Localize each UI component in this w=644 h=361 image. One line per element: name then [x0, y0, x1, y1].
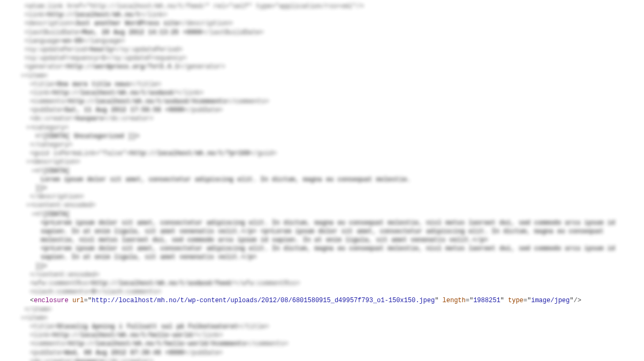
- chevron-down-icon[interactable]: ▾: [20, 314, 25, 322]
- description-line: <description>Just another WordPress site…: [0, 19, 644, 28]
- enclosure-line[interactable]: <enclosure url="http://localhost/mh.no/t…: [0, 296, 644, 305]
- item2-comments-line: <comments>http://localhost/mh.no/t/hello…: [0, 340, 644, 348]
- item-pubdate-line: <pubDate>Sat, 11 Aug 2012 17:56:56 +0000…: [0, 106, 644, 114]
- item2-pubdate-line: <pubDate>Wed, 08 Aug 2012 07:39:46 +0000…: [0, 349, 644, 357]
- content-open[interactable]: ▾<content:encoded>: [0, 201, 644, 210]
- chevron-down-icon[interactable]: ▾: [20, 72, 25, 80]
- content-cdata-close: ]]>: [0, 262, 644, 271]
- updateperiod-line: <sy:updatePeriod>hourly</sy:updatePeriod…: [0, 45, 644, 54]
- content-text1: <p>Lorem ipsum dolor sit amet, consectet…: [0, 219, 644, 245]
- slashcomments-line: <slash:comments>0</slash:comments>: [0, 288, 644, 296]
- desc-text: Lorem ipsum dolor sit amet, consectetur …: [0, 175, 644, 184]
- chevron-down-icon[interactable]: ▾: [31, 167, 35, 175]
- chevron-down-icon[interactable]: ▾: [31, 210, 35, 219]
- chevron-down-icon[interactable]: ▾: [26, 201, 30, 210]
- item-creator-line: <dc:creator>kaspars</dc:creator>: [0, 114, 644, 123]
- content-cdata-open[interactable]: ▾<![CDATA[: [0, 210, 644, 219]
- updatefreq-line: <sy:updateFrequency>1</sy:updateFrequenc…: [0, 54, 644, 63]
- desc-open[interactable]: ▾<description>: [0, 158, 644, 166]
- language-line: <language>en-US</language>: [0, 37, 644, 45]
- chevron-down-icon[interactable]: ▾: [26, 158, 30, 166]
- xml-source-view: <atom:link href="http://localhost/mh.no/…: [0, 0, 644, 361]
- item-link-line: <link>http://localhost/mh.no/t/asdasd/</…: [0, 89, 644, 97]
- item2-creator-line: <dc:creator>kaspars</dc:creator>: [0, 357, 644, 361]
- category-cdata: <![CDATA[ Uncategorized ]]>: [0, 132, 644, 141]
- item2-link-line: <link>http://localhost/mh.no/t/hello-wor…: [0, 331, 644, 340]
- blurred-context: <atom:link href="http://localhost/mh.no/…: [0, 2, 644, 361]
- guid-line: <guid isPermaLink="false">http://localho…: [0, 149, 644, 158]
- chevron-down-icon[interactable]: ▾: [26, 124, 30, 132]
- item-close: </item>: [0, 305, 644, 314]
- desc-cdata-close: ]]>: [0, 184, 644, 193]
- item-title-line: <title>One more title news</title>: [0, 80, 644, 89]
- desc-cdata-open[interactable]: ▾<![CDATA[: [0, 167, 644, 175]
- commentrss-line: <wfw:commentRss>http://localhost/mh.no/t…: [0, 279, 644, 288]
- link-line: <link>http://localhost/mh.no/t</link>: [0, 11, 644, 19]
- generator-line: <generator>http://wordpress.org/?v=3.4.1…: [0, 63, 644, 71]
- category-open[interactable]: ▾<category>: [0, 124, 644, 132]
- content-close: </content:encoded>: [0, 271, 644, 279]
- category-close: </category>: [0, 141, 644, 149]
- item2-title-line: <title>Staselig åpning i fullsatt sal på…: [0, 322, 644, 331]
- content-text2: <p>Lorem ipsum dolor sit amet, consectet…: [0, 244, 644, 262]
- item-comments-line: <comments>http://localhost/mh.no/t/asdas…: [0, 97, 644, 106]
- atom-link-line: <atom:link href="http://localhost/mh.no/…: [0, 2, 644, 11]
- item2-open[interactable]: ▾<item>: [0, 314, 644, 322]
- item-open[interactable]: ▾<item>: [0, 72, 644, 80]
- desc-close: </description>: [0, 193, 644, 201]
- lastbuild-line: <lastBuildDate>Mon, 20 Aug 2012 14:13:25…: [0, 28, 644, 37]
